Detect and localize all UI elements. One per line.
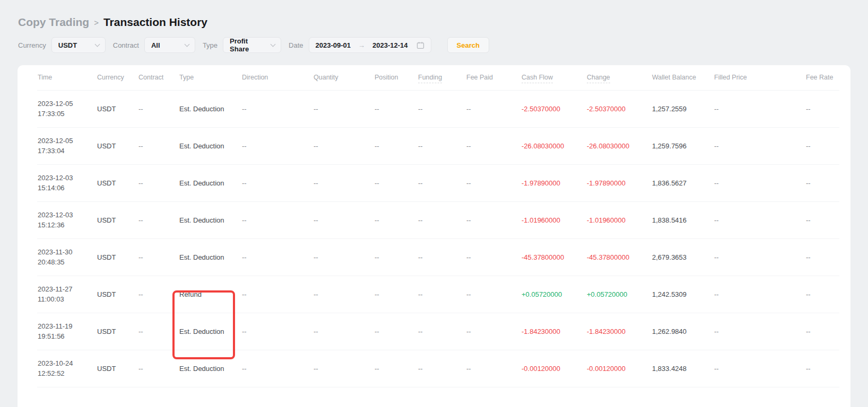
- table-row[interactable]: 2023-12-03 15:14:06 USDT -- Est. Deducti…: [37, 164, 839, 201]
- cell-funding: --: [418, 127, 466, 164]
- type-filter: Type Profit Share: [203, 37, 281, 53]
- cell-contract: --: [138, 90, 179, 127]
- cell-direction: --: [241, 276, 313, 313]
- cell-quantity: --: [313, 127, 374, 164]
- cell-funding: --: [418, 164, 466, 201]
- currency-filter: Currency USDT: [18, 37, 106, 53]
- cell-currency: USDT: [97, 127, 138, 164]
- table-row[interactable]: 2023-12-03 15:12:36 USDT -- Est. Deducti…: [37, 201, 839, 238]
- cell-time-date: 2023-12-03: [38, 210, 96, 220]
- breadcrumb-separator-icon: >: [94, 18, 99, 27]
- cell-contract: --: [138, 127, 179, 164]
- filter-bar: Currency USDT Contract All Type Profit S…: [18, 37, 868, 53]
- cell-time-date: 2023-11-27: [38, 284, 96, 294]
- date-end-value: 2023-12-14: [372, 41, 408, 49]
- table-header-row: TimeCurrencyContractTypeDirectionQuantit…: [37, 65, 839, 90]
- breadcrumb-copy-trading[interactable]: Copy Trading: [18, 16, 89, 29]
- calendar-icon: [416, 41, 424, 49]
- table-row[interactable]: 2023-11-30 20:48:35 USDT -- Est. Deducti…: [37, 238, 839, 276]
- cell-direction: --: [241, 313, 313, 350]
- column-header-contract: Contract: [138, 65, 179, 90]
- cell-funding: --: [418, 276, 466, 313]
- cell-quantity: --: [313, 350, 374, 387]
- cell-position: --: [374, 350, 418, 387]
- cell-position: --: [374, 127, 418, 164]
- cell-time: 2023-12-03 15:12:36: [37, 201, 97, 238]
- column-header-currency: Currency: [97, 65, 138, 90]
- cell-fee-paid: --: [466, 90, 521, 127]
- cell-cash-flow: -1.01960000: [521, 201, 586, 238]
- cell-type: Est. Deduction: [179, 201, 241, 238]
- cell-fee-rate: --: [805, 276, 839, 313]
- cell-type: Est. Deduction: [179, 127, 241, 164]
- cell-time: 2023-12-05 17:33:04: [37, 127, 97, 164]
- cell-direction: --: [241, 238, 313, 276]
- column-header-quantity: Quantity: [313, 65, 374, 90]
- cell-fee-rate: --: [805, 201, 839, 238]
- cell-time-clock: 15:14:06: [38, 183, 96, 193]
- cell-fee-paid: --: [466, 164, 521, 201]
- cell-time: 2023-12-05 17:33:05: [37, 90, 97, 127]
- cell-cash-flow: -2.50370000: [521, 90, 586, 127]
- chevron-down-icon: [94, 41, 100, 47]
- breadcrumb: Copy Trading > Transaction History: [0, 0, 868, 29]
- cell-fee-paid: --: [466, 350, 521, 387]
- cell-filled-price: --: [714, 238, 805, 276]
- cell-time-clock: 15:12:36: [38, 220, 96, 230]
- column-header-position: Position: [374, 65, 418, 90]
- cell-position: --: [374, 313, 418, 350]
- cell-direction: --: [241, 90, 313, 127]
- search-button[interactable]: Search: [447, 37, 489, 53]
- cell-currency: USDT: [97, 164, 138, 201]
- cell-position: --: [374, 276, 418, 313]
- contract-select[interactable]: All: [144, 37, 195, 53]
- table-row[interactable]: 2023-12-05 17:33:05 USDT -- Est. Deducti…: [37, 90, 839, 127]
- cell-time: 2023-12-03 15:14:06: [37, 164, 97, 201]
- cell-time: 2023-11-27 11:00:03: [37, 276, 97, 313]
- cell-time-date: 2023-11-19: [38, 321, 96, 331]
- date-range-picker[interactable]: 2023-09-01 → 2023-12-14: [309, 37, 431, 53]
- cell-fee-paid: --: [466, 313, 521, 350]
- contract-select-value: All: [151, 41, 160, 49]
- cell-contract: --: [138, 164, 179, 201]
- cell-time-date: 2023-11-30: [38, 247, 96, 257]
- cell-time: 2023-11-19 19:51:56: [37, 313, 97, 350]
- currency-filter-label: Currency: [18, 41, 46, 49]
- cell-fee-paid: --: [466, 127, 521, 164]
- cell-time-clock: 17:33:05: [38, 109, 96, 119]
- cell-position: --: [374, 164, 418, 201]
- cell-fee-paid: --: [466, 238, 521, 276]
- table-row[interactable]: 2023-10-24 12:52:52 USDT -- Est. Deducti…: [37, 350, 839, 387]
- type-filter-label: Type: [203, 41, 218, 49]
- cell-cash-flow: -0.00120000: [521, 350, 586, 387]
- currency-select[interactable]: USDT: [51, 37, 106, 53]
- cell-time-clock: 19:51:56: [38, 331, 96, 341]
- cell-type: Est. Deduction: [179, 90, 241, 127]
- cell-fee-rate: --: [805, 238, 839, 276]
- cell-contract: --: [138, 238, 179, 276]
- table-row[interactable]: 2023-12-05 17:33:04 USDT -- Est. Deducti…: [37, 127, 839, 164]
- cell-time-clock: 11:00:03: [38, 294, 96, 304]
- cell-wallet-balance: 1,838.5416: [652, 201, 714, 238]
- cell-wallet-balance: 1,836.5627: [652, 164, 714, 201]
- cell-quantity: --: [313, 90, 374, 127]
- column-header-fee-rate: Fee Rate: [805, 65, 839, 90]
- cell-contract: --: [138, 350, 179, 387]
- cell-type: Refund: [179, 276, 241, 313]
- cell-type: Est. Deduction: [179, 164, 241, 201]
- cell-time-clock: 20:48:35: [38, 257, 96, 267]
- cell-cash-flow: +0.05720000: [521, 276, 586, 313]
- table-row[interactable]: 2023-11-27 11:00:03 USDT -- Refund -- --…: [37, 276, 839, 313]
- chevron-down-icon: [184, 41, 189, 47]
- type-select[interactable]: Profit Share: [223, 37, 281, 53]
- table-header: TimeCurrencyContractTypeDirectionQuantit…: [37, 65, 839, 90]
- cell-time: 2023-10-24 12:52:52: [37, 350, 97, 387]
- column-header-cash-flow: Cash Flow: [521, 65, 586, 90]
- cell-currency: USDT: [97, 350, 138, 387]
- cell-time-date: 2023-12-05: [38, 136, 96, 146]
- table-row[interactable]: 2023-11-19 19:51:56 USDT -- Est. Deducti…: [37, 313, 839, 350]
- column-header-funding: Funding: [418, 65, 466, 90]
- cell-fee-rate: --: [805, 350, 839, 387]
- cell-time-date: 2023-12-03: [38, 173, 96, 183]
- cell-fee-rate: --: [805, 90, 839, 127]
